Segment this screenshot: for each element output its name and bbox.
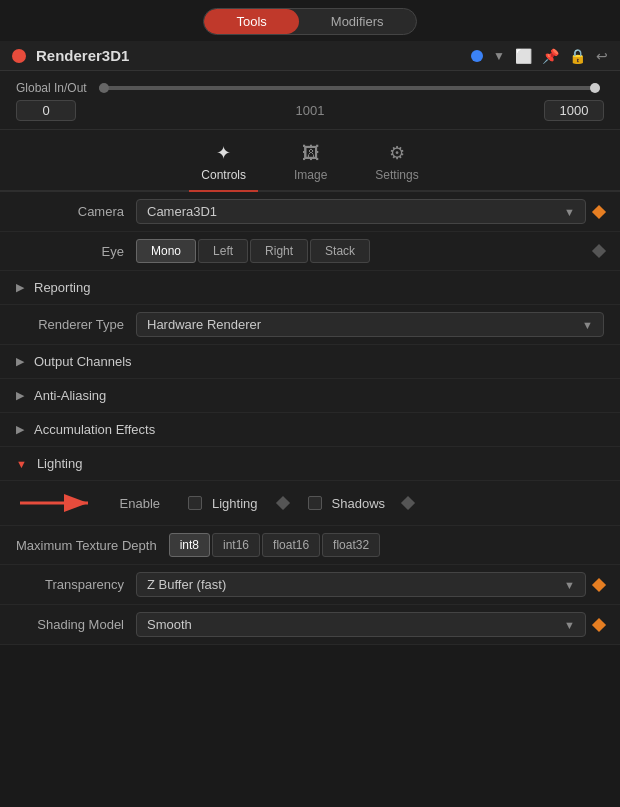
output-channels-arrow: ▶ [16, 355, 24, 368]
eye-label: Eye [16, 244, 136, 259]
anti-aliasing-label: Anti-Aliasing [34, 388, 106, 403]
tab-image[interactable]: 🖼 Image [282, 139, 339, 192]
transparency-arrow: ▼ [564, 579, 575, 591]
lighting-checkbox-label: Lighting [212, 496, 258, 511]
renderer-type-value: Hardware Renderer [147, 317, 261, 332]
node-title: Renderer3D1 [36, 47, 471, 64]
renderer-type-arrow: ▼ [582, 319, 593, 331]
eye-stack-btn[interactable]: Stack [310, 239, 370, 263]
accumulation-effects-label: Accumulation Effects [34, 422, 155, 437]
global-inout-section: Global In/Out 0 1001 1000 [0, 71, 620, 130]
enable-row: Enable Lighting Shadows [0, 481, 620, 525]
shading-model-control: Smooth ▼ [136, 612, 604, 637]
shading-model-dropdown[interactable]: Smooth ▼ [136, 612, 586, 637]
section-accumulation-effects[interactable]: ▶ Accumulation Effects [0, 413, 620, 447]
header-icons: ▼ ⬜ 📌 🔒 ↩ [471, 48, 608, 64]
camera-dropdown[interactable]: Camera3D1 ▼ [136, 199, 586, 224]
eye-left-btn[interactable]: Left [198, 239, 248, 263]
camera-row: Camera Camera3D1 ▼ [0, 192, 620, 232]
red-arrow-svg [16, 489, 96, 517]
reporting-collapse-arrow: ▶ [16, 281, 24, 294]
lighting-content: Enable Lighting Shadows [0, 481, 620, 526]
shading-model-row: Shading Model Smooth ▼ [0, 605, 620, 645]
global-out-value[interactable]: 1000 [544, 100, 604, 121]
renderer-type-label: Renderer Type [16, 317, 136, 332]
shading-model-diamond[interactable] [592, 617, 606, 631]
output-channels-label: Output Channels [34, 354, 132, 369]
eye-control: Mono Left Right Stack [136, 239, 604, 263]
transparency-value: Z Buffer (fast) [147, 577, 226, 592]
transparency-row: Transparency Z Buffer (fast) ▼ [0, 565, 620, 605]
shading-model-arrow: ▼ [564, 619, 575, 631]
camera-label: Camera [16, 204, 136, 219]
lighting-enable-checkbox[interactable] [188, 496, 202, 510]
renderer-type-dropdown[interactable]: Hardware Renderer ▼ [136, 312, 604, 337]
texture-depth-buttons: int8 int16 float16 float32 [169, 533, 380, 557]
texture-int8-btn[interactable]: int8 [169, 533, 210, 557]
transparency-label: Transparency [16, 577, 136, 592]
section-lighting[interactable]: ▼ Lighting [0, 447, 620, 481]
tab-modifiers[interactable]: Modifiers [299, 9, 416, 34]
section-reporting[interactable]: ▶ Reporting [0, 271, 620, 305]
controls-icon: ✦ [216, 142, 231, 164]
shading-model-label: Shading Model [16, 617, 136, 632]
camera-value: Camera3D1 [147, 204, 217, 219]
texture-float32-btn[interactable]: float32 [322, 533, 380, 557]
status-blue-dot [471, 50, 483, 62]
shadows-diamond[interactable] [401, 496, 415, 510]
texture-int16-btn[interactable]: int16 [212, 533, 260, 557]
tab-controls-label: Controls [201, 168, 246, 182]
sub-tab-bar: ✦ Controls 🖼 Image ⚙ Settings [0, 130, 620, 192]
settings-icon: ⚙ [389, 142, 405, 164]
texture-depth-row: Maximum Texture Depth int8 int16 float16… [0, 526, 620, 565]
shading-model-value: Smooth [147, 617, 192, 632]
lighting-section-label: Lighting [37, 456, 83, 471]
top-tab-bar: Tools Modifiers [0, 0, 620, 41]
reporting-label: Reporting [34, 280, 90, 295]
eye-buttons: Mono Left Right Stack [136, 239, 586, 263]
eye-keyframe-diamond[interactable] [592, 244, 606, 258]
tab-tools[interactable]: Tools [204, 9, 298, 34]
lock-icon[interactable]: 🔒 [569, 48, 586, 64]
header-row: Renderer3D1 ▼ ⬜ 📌 🔒 ↩ [0, 41, 620, 71]
header-status-dot [12, 49, 26, 63]
texture-float16-btn[interactable]: float16 [262, 533, 320, 557]
tab-settings-label: Settings [375, 168, 418, 182]
eye-row: Eye Mono Left Right Stack [0, 232, 620, 271]
camera-control: Camera3D1 ▼ [136, 199, 604, 224]
tab-pill: Tools Modifiers [203, 8, 416, 35]
transparency-dropdown[interactable]: Z Buffer (fast) ▼ [136, 572, 586, 597]
shadows-checkbox[interactable] [308, 496, 322, 510]
renderer-type-row: Renderer Type Hardware Renderer ▼ [0, 305, 620, 345]
global-mid-value: 1001 [296, 100, 325, 121]
eye-right-btn[interactable]: Right [250, 239, 308, 263]
section-anti-aliasing[interactable]: ▶ Anti-Aliasing [0, 379, 620, 413]
tab-settings[interactable]: ⚙ Settings [363, 138, 430, 192]
camera-dropdown-arrow: ▼ [564, 206, 575, 218]
anti-aliasing-arrow: ▶ [16, 389, 24, 402]
chevron-down-icon[interactable]: ▼ [493, 49, 505, 63]
lighting-expand-arrow: ▼ [16, 458, 27, 470]
accumulation-effects-arrow: ▶ [16, 423, 24, 436]
global-label: Global In/Out [16, 81, 604, 95]
content-area: Camera Camera3D1 ▼ Eye Mono Left Right S… [0, 192, 620, 645]
reset-icon[interactable]: ↩ [596, 48, 608, 64]
section-output-channels[interactable]: ▶ Output Channels [0, 345, 620, 379]
transparency-control: Z Buffer (fast) ▼ [136, 572, 604, 597]
transparency-diamond[interactable] [592, 577, 606, 591]
shadows-label: Shadows [332, 496, 385, 511]
renderer-type-control: Hardware Renderer ▼ [136, 312, 604, 337]
global-values: 0 1001 1000 [16, 100, 604, 121]
texture-depth-label: Maximum Texture Depth [16, 538, 169, 553]
lighting-diamond[interactable] [275, 496, 289, 510]
eye-mono-btn[interactable]: Mono [136, 239, 196, 263]
tab-image-label: Image [294, 168, 327, 182]
camera-keyframe-diamond[interactable] [592, 204, 606, 218]
tab-controls[interactable]: ✦ Controls [189, 138, 258, 192]
window-icon[interactable]: ⬜ [515, 48, 532, 64]
pin-icon[interactable]: 📌 [542, 48, 559, 64]
global-in-value[interactable]: 0 [16, 100, 76, 121]
image-icon: 🖼 [302, 143, 320, 164]
global-slider[interactable] [99, 86, 600, 90]
enable-label: Enable [110, 496, 160, 511]
